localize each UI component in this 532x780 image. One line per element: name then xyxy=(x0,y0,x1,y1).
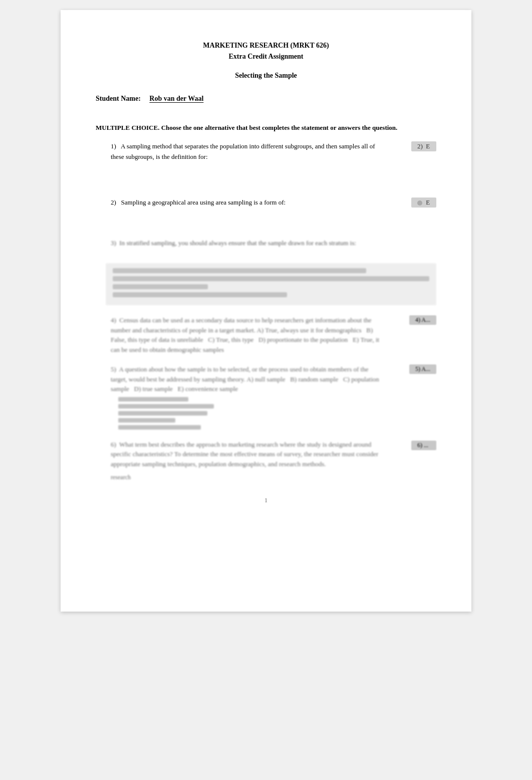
q5-text: 5) A question about how the sample is to… xyxy=(96,364,436,394)
instructions-text: MULTIPLE CHOICE. Choose the one alternat… xyxy=(96,123,436,133)
q4-answer: 4) A... xyxy=(409,315,436,325)
q6-subtext: research xyxy=(96,473,436,482)
q2-answer-badge: E xyxy=(411,198,436,208)
q6-answer: 6) ... xyxy=(411,441,436,450)
q5-answer: 5) A... xyxy=(409,364,436,374)
q2-circle xyxy=(417,201,422,206)
q4-text: 4) Census data can be used as a secondar… xyxy=(96,315,436,354)
question-1-text: 1) A sampling method that separates the … xyxy=(96,141,436,162)
question-2-text: 2) Sampling a geographical area using ar… xyxy=(96,198,436,208)
q1-number: 1) xyxy=(111,142,119,150)
q1-body: A sampling method that separates the pop… xyxy=(111,142,375,160)
question-2-block: 2) Sampling a geographical area using ar… xyxy=(96,198,436,208)
document-header: MARKETING RESEARCH (MRKT 626) Extra Cred… xyxy=(96,40,436,80)
question-4-blurred: 4) Census data can be used as a secondar… xyxy=(96,315,436,354)
q1-answer-badge: 2) E xyxy=(411,141,436,151)
student-name-line: Student Name: Rob van der Waal xyxy=(96,95,436,103)
student-label: Student Name: xyxy=(96,95,141,102)
document-page: MARKETING RESEARCH (MRKT 626) Extra Cred… xyxy=(61,10,471,612)
assignment-title: Extra Credit Assignment xyxy=(96,51,436,62)
q2-body: Sampling a geographical area using area … xyxy=(121,199,286,206)
student-name: Rob van der Waal xyxy=(149,95,203,102)
course-name: MARKETING RESEARCH (MRKT 626) xyxy=(96,40,436,51)
blurred-content-1 xyxy=(96,263,436,305)
question-1-block: 1) A sampling method that separates the … xyxy=(96,141,436,162)
question-3-text: 3) In stratified sampling, you should al… xyxy=(96,238,436,249)
page-num-value: 1 xyxy=(264,497,268,504)
blurred-q3-options xyxy=(106,263,436,305)
question-5-blurred: 5) A question about how the sample is to… xyxy=(96,364,436,430)
q2-number: 2) xyxy=(111,199,119,206)
q2-answer-label: E xyxy=(426,199,430,206)
page-number: 1 xyxy=(96,497,436,504)
question-3-block: 3) In stratified sampling, you should al… xyxy=(96,238,436,249)
q6-text: 6) What term best describes the approach… xyxy=(96,440,436,469)
question-6-blurred: 6) What term best describes the approach… xyxy=(96,440,436,482)
q1-answer-label: 2) E xyxy=(417,142,430,150)
q5-options xyxy=(96,397,436,430)
section-title: Selecting the Sample xyxy=(96,72,436,80)
course-title: MARKETING RESEARCH (MRKT 626) Extra Cred… xyxy=(96,40,436,63)
